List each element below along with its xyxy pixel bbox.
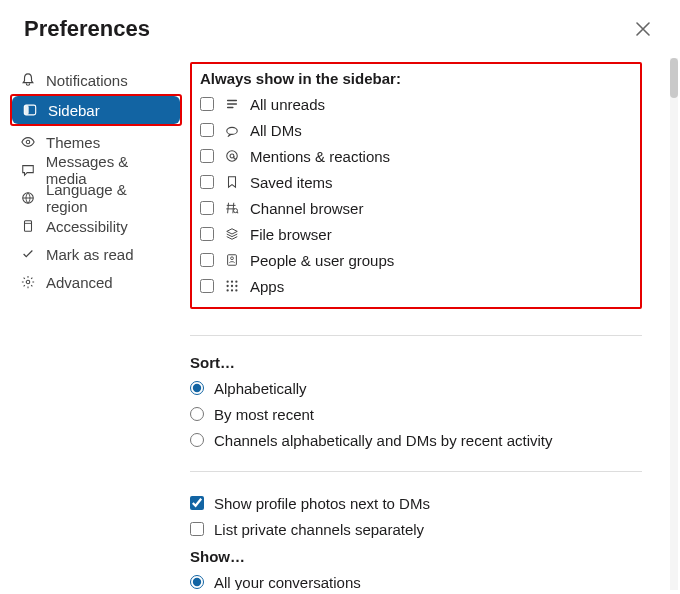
svg-point-7 bbox=[227, 151, 238, 162]
svg-point-21 bbox=[235, 289, 237, 291]
nav-item-advanced[interactable]: Advanced bbox=[10, 268, 182, 296]
check-label: All DMs bbox=[250, 122, 302, 139]
check-label: File browser bbox=[250, 226, 332, 243]
layers-icon bbox=[224, 226, 240, 242]
divider bbox=[190, 471, 642, 472]
eye-icon bbox=[20, 134, 36, 150]
check-apps[interactable]: Apps bbox=[200, 273, 632, 299]
nav-item-messages[interactable]: Messages & media bbox=[10, 156, 182, 184]
checkbox[interactable] bbox=[200, 253, 214, 267]
list-icon bbox=[224, 96, 240, 112]
nav-label: Mark as read bbox=[46, 246, 134, 263]
svg-point-8 bbox=[230, 154, 234, 158]
svg-line-10 bbox=[237, 212, 238, 213]
checkbox[interactable] bbox=[190, 496, 204, 510]
preferences-nav: Notifications Sidebar Themes Messages & … bbox=[0, 58, 190, 590]
close-button[interactable] bbox=[630, 16, 656, 42]
svg-point-20 bbox=[231, 289, 233, 291]
highlight-box-nav-active: Sidebar bbox=[10, 94, 182, 126]
scrollbar-thumb[interactable] bbox=[670, 58, 678, 98]
bell-icon bbox=[20, 72, 36, 88]
sidebar-icon bbox=[22, 102, 38, 118]
check-all-unreads[interactable]: All unreads bbox=[200, 91, 632, 117]
gear-icon bbox=[20, 274, 36, 290]
nav-label: Notifications bbox=[46, 72, 128, 89]
check-label: Mentions & reactions bbox=[250, 148, 390, 165]
nav-item-themes[interactable]: Themes bbox=[10, 128, 182, 156]
check-label: People & user groups bbox=[250, 252, 394, 269]
check-mentions[interactable]: Mentions & reactions bbox=[200, 143, 632, 169]
radio-sort-mixed[interactable]: Channels alphabetically and DMs by recen… bbox=[190, 427, 642, 453]
close-icon bbox=[636, 22, 650, 36]
dialog-header: Preferences bbox=[0, 0, 680, 58]
checkbox[interactable] bbox=[200, 97, 214, 111]
svg-point-19 bbox=[226, 289, 228, 291]
message-icon bbox=[20, 162, 36, 178]
check-private-separate[interactable]: List private channels separately bbox=[190, 516, 642, 542]
svg-rect-1 bbox=[24, 105, 28, 115]
checkbox[interactable] bbox=[200, 227, 214, 241]
nav-label: Language & region bbox=[46, 181, 172, 215]
check-label: List private channels separately bbox=[214, 521, 424, 538]
check-people[interactable]: People & user groups bbox=[200, 247, 632, 273]
checkbox[interactable] bbox=[200, 149, 214, 163]
svg-point-6 bbox=[26, 280, 30, 284]
preferences-content: Always show in the sidebar: All unreads … bbox=[190, 58, 662, 590]
check-saved[interactable]: Saved items bbox=[200, 169, 632, 195]
dm-icon bbox=[224, 122, 240, 138]
check-label: All unreads bbox=[250, 96, 325, 113]
svg-point-17 bbox=[231, 285, 233, 287]
check-channel-browser[interactable]: Channel browser bbox=[200, 195, 632, 221]
radio-label: All your conversations bbox=[214, 574, 361, 591]
bookmark-icon bbox=[224, 174, 240, 190]
check-label: Saved items bbox=[250, 174, 333, 191]
nav-label: Themes bbox=[46, 134, 100, 151]
at-icon bbox=[224, 148, 240, 164]
radio[interactable] bbox=[190, 433, 204, 447]
channel-search-icon bbox=[224, 200, 240, 216]
accessibility-icon bbox=[20, 218, 36, 234]
people-icon bbox=[224, 252, 240, 268]
radio-sort-alpha[interactable]: Alphabetically bbox=[190, 375, 642, 401]
radio[interactable] bbox=[190, 575, 204, 589]
nav-item-accessibility[interactable]: Accessibility bbox=[10, 212, 182, 240]
nav-item-sidebar[interactable]: Sidebar bbox=[12, 96, 180, 124]
nav-item-notifications[interactable]: Notifications bbox=[10, 66, 182, 94]
checkbox[interactable] bbox=[200, 201, 214, 215]
dialog-title: Preferences bbox=[24, 16, 150, 42]
radio[interactable] bbox=[190, 381, 204, 395]
checkbox[interactable] bbox=[200, 279, 214, 293]
nav-label: Sidebar bbox=[48, 102, 100, 119]
check-all-dms[interactable]: All DMs bbox=[200, 117, 632, 143]
checkbox[interactable] bbox=[200, 123, 214, 137]
scrollbar-track[interactable] bbox=[670, 58, 678, 590]
nav-item-language[interactable]: Language & region bbox=[10, 184, 182, 212]
svg-point-16 bbox=[226, 285, 228, 287]
check-show-photos[interactable]: Show profile photos next to DMs bbox=[190, 490, 642, 516]
radio[interactable] bbox=[190, 407, 204, 421]
highlight-box-always-show: Always show in the sidebar: All unreads … bbox=[190, 62, 642, 309]
radio-sort-recent[interactable]: By most recent bbox=[190, 401, 642, 427]
checkbox[interactable] bbox=[190, 522, 204, 536]
section-heading-always-show: Always show in the sidebar: bbox=[200, 70, 632, 87]
radio-show-all[interactable]: All your conversations bbox=[190, 569, 642, 590]
nav-label: Accessibility bbox=[46, 218, 128, 235]
check-icon bbox=[20, 246, 36, 262]
radio-label: Alphabetically bbox=[214, 380, 307, 397]
check-label: Channel browser bbox=[250, 200, 363, 217]
apps-icon bbox=[224, 278, 240, 294]
radio-label: Channels alphabetically and DMs by recen… bbox=[214, 432, 553, 449]
nav-item-markasread[interactable]: Mark as read bbox=[10, 240, 182, 268]
check-label: Show profile photos next to DMs bbox=[214, 495, 430, 512]
svg-point-15 bbox=[235, 280, 237, 282]
radio-label: By most recent bbox=[214, 406, 314, 423]
svg-point-14 bbox=[231, 280, 233, 282]
checkbox[interactable] bbox=[200, 175, 214, 189]
svg-point-2 bbox=[26, 140, 30, 144]
nav-label: Advanced bbox=[46, 274, 113, 291]
check-file-browser[interactable]: File browser bbox=[200, 221, 632, 247]
check-label: Apps bbox=[250, 278, 284, 295]
svg-point-18 bbox=[235, 285, 237, 287]
section-heading-show: Show… bbox=[190, 548, 642, 565]
svg-rect-4 bbox=[25, 221, 32, 232]
